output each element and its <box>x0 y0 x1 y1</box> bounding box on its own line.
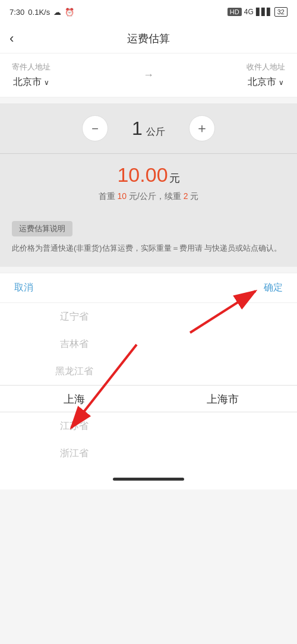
province-item-shanghai[interactable]: 上海 <box>0 385 148 412</box>
address-section: 寄件人地址 北京市 ∨ → 收件人地址 北京市 ∨ <box>0 53 297 97</box>
price-value: 10.00 <box>117 163 168 187</box>
hd-badge: HD <box>228 8 242 16</box>
battery-icon: 32 <box>274 7 287 17</box>
province-item-anhui[interactable]: 安徽省 <box>0 467 148 469</box>
city-list: - - - 上海市 - - - <box>148 303 297 469</box>
weight-display: 1 公斤 <box>132 118 165 140</box>
signal-icon: ▋▋▋ <box>256 8 272 16</box>
picker-container: 辽宁省 吉林省 黑龙江省 上海 江苏省 浙江省 安徽省 - - - 上海市 - … <box>0 303 297 469</box>
alarm-icon: ⏰ <box>65 8 74 17</box>
sender-label: 寄件人地址 <box>12 62 50 72</box>
status-right: HD 4G ▋▋▋ 32 <box>228 7 287 17</box>
header: ‹ 运费估算 <box>0 24 297 53</box>
note-section: 运费估算说明 此价格为普通快递(非重货)估算运费，实际重量＝费用请 与快递员或站… <box>0 214 297 267</box>
sender-address[interactable]: 寄件人地址 北京市 ∨ <box>12 62 50 89</box>
weight-value: 1 <box>132 118 143 140</box>
picker-cancel-button[interactable]: 取消 <box>14 282 33 294</box>
receiver-value[interactable]: 北京市 ∨ <box>248 76 284 89</box>
continued-weight-value: 2 <box>184 191 188 201</box>
address-direction-icon: → <box>143 69 154 81</box>
status-time: 7:30 <box>10 8 24 17</box>
back-button[interactable]: ‹ <box>10 31 14 46</box>
province-item-heilongjiang[interactable]: 黑龙江省 <box>0 358 148 385</box>
weight-unit: 公斤 <box>146 126 165 138</box>
price-detail-suffix: 元 <box>188 191 199 201</box>
province-item-zhejiang[interactable]: 浙江省 <box>0 440 148 467</box>
province-item-liaoning[interactable]: 辽宁省 <box>0 303 148 330</box>
status-bar: 7:30 0.1K/s ☁ ⏰ HD 4G ▋▋▋ 32 <box>0 0 297 24</box>
bottom-indicator <box>0 469 297 490</box>
province-item-jilin[interactable]: 吉林省 <box>0 330 148 358</box>
status-left: 7:30 0.1K/s ☁ ⏰ <box>10 8 74 17</box>
price-currency: 元 <box>169 171 180 185</box>
network-badge: 4G <box>244 8 254 16</box>
province-column: 辽宁省 吉林省 黑龙江省 上海 江苏省 浙江省 安徽省 <box>0 303 148 469</box>
picker-actions: 取消 确定 <box>0 273 297 303</box>
receiver-address[interactable]: 收件人地址 北京市 ∨ <box>247 62 285 89</box>
city-column: - - - 上海市 - - - <box>148 303 297 469</box>
page-title: 运费估算 <box>127 31 170 46</box>
city-item-shanghai[interactable]: 上海市 <box>148 385 297 412</box>
note-text: 此价格为普通快递(非重货)估算运费，实际重量＝费用请 与快递员或站点确认。 <box>12 242 285 255</box>
province-list: 辽宁省 吉林省 黑龙江省 上海 江苏省 浙江省 安徽省 <box>0 303 148 469</box>
status-speed: 0.1K/s <box>28 8 50 17</box>
first-weight-value: 10 <box>117 191 127 201</box>
picker-confirm-button[interactable]: 确定 <box>264 282 283 294</box>
weight-section: － 1 公斤 ＋ <box>0 103 297 153</box>
receiver-chevron-icon: ∨ <box>279 78 284 87</box>
province-item-jiangsu[interactable]: 江苏省 <box>0 412 148 440</box>
price-detail-prefix: 首重 <box>99 191 118 201</box>
note-button[interactable]: 运费估算说明 <box>12 221 72 236</box>
increase-weight-button[interactable]: ＋ <box>189 115 215 141</box>
price-main: 10.00 元 <box>12 163 285 187</box>
price-detail-middle: 元/公斤，续重 <box>127 191 184 201</box>
sender-value[interactable]: 北京市 ∨ <box>13 76 49 89</box>
sender-chevron-icon: ∨ <box>44 78 49 87</box>
price-section: 10.00 元 首重 10 元/公斤，续重 2 元 <box>0 153 297 214</box>
receiver-label: 收件人地址 <box>247 62 285 72</box>
home-indicator <box>113 478 184 481</box>
price-detail: 首重 10 元/公斤，续重 2 元 <box>12 191 285 202</box>
decrease-weight-button[interactable]: － <box>82 115 108 141</box>
wifi-icon: ☁ <box>53 8 61 17</box>
